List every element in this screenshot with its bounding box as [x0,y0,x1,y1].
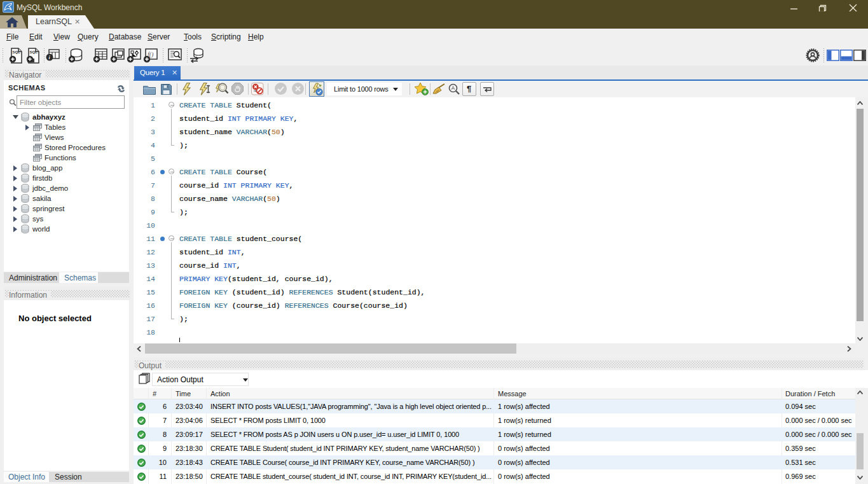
svg-text:SQL: SQL [13,50,21,54]
svg-text:SQL: SQL [30,50,38,54]
